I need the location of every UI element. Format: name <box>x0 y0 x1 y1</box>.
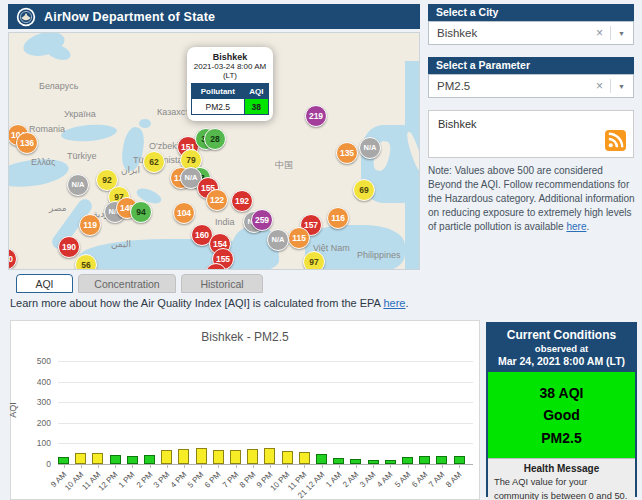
chart-bar <box>110 455 121 464</box>
aqi-marker[interactable]: 56 <box>75 254 97 270</box>
chart-bar <box>419 456 430 464</box>
x-tick <box>201 464 202 468</box>
x-tick <box>81 464 82 468</box>
x-tick <box>304 464 305 468</box>
city-select[interactable]: Bishkek × ▼ <box>428 21 634 45</box>
map-label: ایران <box>121 165 140 175</box>
aqi-marker[interactable]: 130 <box>8 248 17 270</box>
x-tick <box>425 464 426 468</box>
tab-historical[interactable]: Historical <box>181 274 263 293</box>
aqi-marker[interactable]: 62 <box>143 151 165 173</box>
chart-bar <box>127 456 138 464</box>
x-tick <box>442 464 443 468</box>
x-axis-line <box>58 464 473 465</box>
y-axis-label: AQI <box>8 402 18 418</box>
x-tick <box>132 464 133 468</box>
gridline <box>58 443 473 444</box>
y-tick-label: 100 <box>19 438 51 448</box>
x-tick <box>322 464 323 468</box>
y-tick-label: 0 <box>19 459 51 469</box>
current-conditions-header: Current Conditions observed at Mar 24, 2… <box>488 324 635 372</box>
chart-bar <box>454 456 465 464</box>
beyond-aqi-note: Note: Values above 500 are considered Be… <box>428 164 636 234</box>
aqi-marker[interactable]: 219 <box>305 105 327 127</box>
note-prefix: Note: Values above 500 are considered Be… <box>428 165 635 232</box>
aqi-marker[interactable]: 192 <box>231 190 253 212</box>
map-label: 中国 <box>275 159 293 172</box>
rss-feed-title: Bishkek <box>438 118 477 130</box>
chart-bar <box>161 450 172 464</box>
x-tick <box>64 464 65 468</box>
chart-bar <box>196 448 207 464</box>
aqi-marker[interactable]: 116 <box>327 207 349 229</box>
x-tick <box>150 464 151 468</box>
map-label: India <box>215 217 235 227</box>
view-tabs: AQI Concentration Historical <box>16 274 263 293</box>
rss-icon[interactable] <box>605 130 626 151</box>
aqi-marker[interactable]: 69 <box>353 179 375 201</box>
aqi-marker[interactable]: 97 <box>303 251 325 270</box>
chart-bar <box>299 452 310 464</box>
chart-bar <box>178 449 189 464</box>
x-tick <box>339 464 340 468</box>
aqi-marker[interactable]: 135 <box>336 142 358 164</box>
aqi-marker[interactable]: 94 <box>130 201 152 223</box>
parameter-dropdown-arrow-icon[interactable]: ▼ <box>610 79 633 93</box>
chart-bar <box>264 448 275 464</box>
select-parameter-header: Select a Parameter <box>428 57 634 74</box>
x-tick <box>167 464 168 468</box>
dos-seal-logo-icon <box>16 7 36 27</box>
popup-pollutant-value: PM2.5 <box>192 99 245 115</box>
gridline <box>58 382 473 383</box>
aqi-marker[interactable]: N/A <box>67 174 89 196</box>
health-message-text: The AQI value for your community is betw… <box>494 476 629 500</box>
aqi-category: Good <box>488 404 635 426</box>
aqi-marker[interactable]: 259 <box>251 209 273 231</box>
map-label: Беларусь <box>39 81 78 91</box>
learn-more-suffix: . <box>405 297 408 309</box>
aqi-marker[interactable]: N/A <box>267 229 289 251</box>
health-message-block: Health Message The AQI value for your co… <box>488 458 635 500</box>
note-here-link[interactable]: here <box>566 221 586 232</box>
aqi-map[interactable]: БеларусьУкраїнаRomaniaКазахстанTürkiyeΕλ… <box>8 32 420 270</box>
chart-bar <box>402 457 413 464</box>
map-label: Romania <box>29 124 65 134</box>
y-tick-label: 400 <box>19 377 51 387</box>
health-message-title: Health Message <box>494 463 629 474</box>
aqi-marker[interactable]: N/A <box>359 137 381 159</box>
city-clear-icon[interactable]: × <box>589 26 610 40</box>
aqi-marker[interactable]: 190 <box>58 236 80 258</box>
city-dropdown-arrow-icon[interactable]: ▼ <box>610 26 633 40</box>
gridline <box>58 402 473 403</box>
x-tick <box>287 464 288 468</box>
parameter-select[interactable]: PM2.5 × ▼ <box>428 74 634 98</box>
aqi-marker[interactable]: 104 <box>173 202 195 224</box>
map-label: اليمن <box>111 239 131 249</box>
chart-bar <box>92 453 103 464</box>
aqi-marker[interactable]: 122 <box>206 189 228 211</box>
airnow-page: AirNow Department of State БеларусьУкраї… <box>0 0 642 500</box>
epa-here-link[interactable]: here <box>383 297 405 309</box>
aqi-marker[interactable]: 115 <box>288 227 310 249</box>
chart-bar <box>230 450 241 464</box>
x-tick <box>253 464 254 468</box>
tab-aqi[interactable]: AQI <box>16 274 73 293</box>
popup-col-pollutant: Pollutant <box>192 84 245 99</box>
aqi-marker[interactable]: 136 <box>16 132 38 154</box>
map-label: Philippines <box>357 250 401 260</box>
aqi-marker[interactable]: 119 <box>79 214 101 236</box>
parameter-select-value: PM2.5 <box>429 80 589 92</box>
chart-plot: AQI 01002003004005009 AM10 AM11 AM12 PM1… <box>11 321 479 499</box>
learn-more-text: Learn more about how the Air Quality Ind… <box>10 297 408 309</box>
tab-concentration[interactable]: Concentration <box>78 274 176 293</box>
chart-bar <box>75 453 86 464</box>
popup-aqi-table: Pollutant AQI PM2.5 38 <box>191 83 269 115</box>
x-tick <box>356 464 357 468</box>
map-label: Україна <box>64 109 96 119</box>
parameter-clear-icon[interactable]: × <box>589 79 610 93</box>
aqi-marker[interactable]: 28 <box>204 128 226 150</box>
x-tick <box>218 464 219 468</box>
map-label: Türkiye <box>67 151 97 161</box>
popup-timezone: (LT) <box>191 71 269 80</box>
chart-bar <box>282 451 293 464</box>
